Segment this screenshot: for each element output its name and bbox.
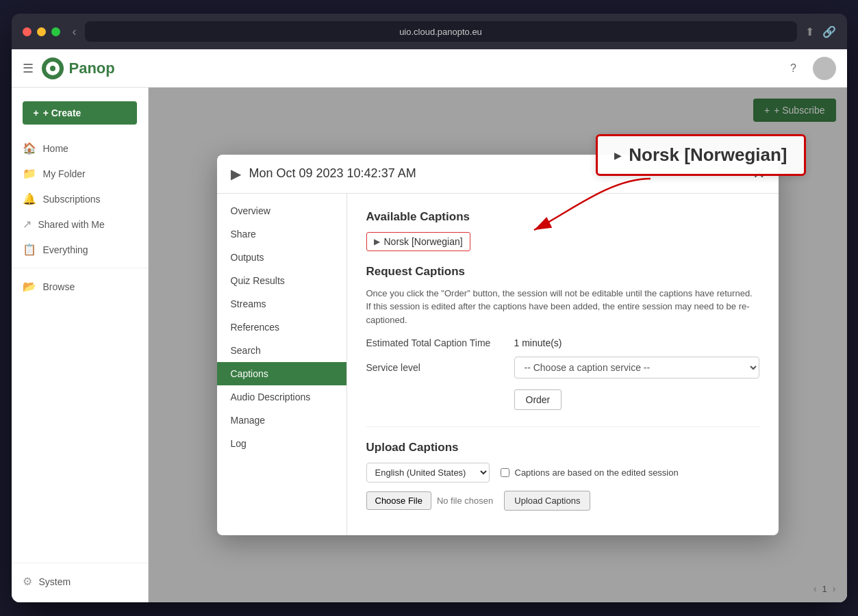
- modal-nav-manage-label: Manage: [231, 415, 266, 426]
- upload-captions-button[interactable]: Upload Captions: [504, 491, 590, 511]
- shared-icon: ↗: [23, 218, 31, 231]
- captions-edited-checkbox[interactable]: [501, 468, 509, 477]
- language-select[interactable]: English (United States) Norsk [Norwegian…: [366, 463, 490, 483]
- modal-nav-log[interactable]: Log: [217, 432, 346, 455]
- minimize-button[interactable]: [37, 27, 46, 36]
- modal-nav-streams-label: Streams: [231, 298, 266, 309]
- upload-captions-section: Upload Captions English (United States) …: [366, 426, 759, 511]
- modal-nav-share-label: Share: [231, 229, 256, 240]
- help-icon[interactable]: ?: [783, 57, 805, 79]
- app-content: ☰ Panop ? + + Create: [12, 49, 847, 602]
- upload-controls-row: English (United States) Norsk [Norwegian…: [366, 463, 759, 483]
- modal-dialog: ▶ Mon Oct 09 2023 10:42:37 AM ✕ Overview: [217, 155, 779, 536]
- no-file-text: No file chosen: [437, 496, 493, 506]
- url-text: uio.cloud.panopto.eu: [399, 27, 482, 37]
- file-upload-row: Choose File No file chosen Upload Captio…: [366, 491, 759, 511]
- sidebar-label-my-folder: My Folder: [43, 168, 86, 179]
- modal-nav-overview[interactable]: Overview: [217, 199, 346, 222]
- modal-main-content: Available Captions ▶ Norsk [Norwegian] R…: [347, 194, 779, 536]
- sidebar-item-everything[interactable]: 📋 Everything: [12, 237, 148, 262]
- request-captions-section: Request Captions Once you click the "Ord…: [366, 265, 759, 411]
- modal-nav-log-label: Log: [231, 438, 247, 449]
- modal-nav-search-label: Search: [231, 345, 261, 356]
- sidebar-label-home: Home: [43, 143, 68, 154]
- browse-icon: 📂: [23, 280, 36, 293]
- app-header: ☰ Panop ?: [12, 49, 847, 88]
- create-button[interactable]: + + Create: [23, 101, 137, 125]
- sidebar-item-my-folder[interactable]: 📁 My Folder: [12, 161, 148, 186]
- title-bar: ‹ uio.cloud.panopto.eu ⬆ 🔗: [12, 14, 847, 49]
- modal-nav-audio-descriptions-label: Audio Descriptions: [231, 392, 311, 402]
- modal-nav-quiz-results-label: Quiz Results: [231, 275, 285, 286]
- norsk-caption-item[interactable]: ▶ Norsk [Norwegian]: [366, 232, 470, 251]
- modal-nav-manage[interactable]: Manage: [217, 409, 346, 432]
- modal-nav-overview-label: Overview: [231, 205, 270, 216]
- bookmark-icon[interactable]: 🔗: [822, 25, 836, 38]
- home-icon: 🏠: [23, 142, 36, 155]
- modal-nav-captions[interactable]: Captions: [217, 362, 346, 385]
- modal-nav-references[interactable]: References: [217, 316, 346, 339]
- close-button[interactable]: [23, 27, 31, 36]
- choose-file-label: Choose File: [375, 496, 422, 506]
- sidebar-divider: [12, 268, 148, 268]
- sidebar-label-shared: Shared with Me: [38, 219, 105, 230]
- subscriptions-icon: 🔔: [23, 192, 36, 205]
- order-button-label: Order: [526, 394, 551, 405]
- sidebar-item-home[interactable]: 🏠 Home: [12, 136, 148, 161]
- order-button[interactable]: Order: [514, 389, 562, 410]
- service-level-row: Service level -- Choose a caption servic…: [366, 357, 759, 378]
- modal-nav-audio-descriptions[interactable]: Audio Descriptions: [217, 385, 346, 409]
- estimated-time-value: 1 minute(s): [514, 337, 562, 348]
- folder-icon: 📁: [23, 167, 36, 180]
- user-avatar[interactable]: [813, 57, 836, 80]
- mac-window: ‹ uio.cloud.panopto.eu ⬆ 🔗 ☰ Panop ?: [12, 14, 847, 602]
- modal-nav-quiz-results[interactable]: Quiz Results: [217, 269, 346, 292]
- order-button-row: Order: [366, 387, 759, 410]
- main-layout: + + Create 🏠 Home 📁 My Folder 🔔 Subscrip…: [12, 88, 847, 602]
- request-description: Once you click the "Order" button, the s…: [366, 287, 759, 327]
- sidebar: + + Create 🏠 Home 📁 My Folder 🔔 Subscrip…: [12, 88, 149, 602]
- modal-nav-captions-label: Captions: [231, 368, 268, 379]
- system-icon: ⚙: [23, 575, 32, 588]
- estimated-time-label: Estimated Total Caption Time: [366, 337, 503, 348]
- modal-nav-streams[interactable]: Streams: [217, 292, 346, 316]
- right-content: + + Subscribe ‹ 1 › ▶: [149, 88, 847, 602]
- modal-header: ▶ Mon Oct 09 2023 10:42:37 AM ✕: [217, 155, 779, 194]
- modal-nav-outputs-label: Outputs: [231, 252, 264, 263]
- modal-title: Mon Oct 09 2023 10:42:37 AM: [249, 166, 744, 181]
- brand-name: Panop: [69, 60, 115, 77]
- upload-button-label: Upload Captions: [514, 496, 580, 506]
- modal-nav-share[interactable]: Share: [217, 222, 346, 246]
- sidebar-item-browse[interactable]: 📂 Browse: [12, 274, 148, 299]
- modal-nav: Overview Share Outputs Quiz Results: [217, 194, 347, 536]
- file-input-area: Choose File No file chosen: [366, 491, 494, 510]
- traffic-lights: [23, 27, 60, 36]
- modal-nav-search[interactable]: Search: [217, 339, 346, 362]
- modal-nav-outputs[interactable]: Outputs: [217, 246, 346, 269]
- sidebar-bottom: ⚙ System: [12, 563, 148, 594]
- sidebar-item-system[interactable]: ⚙ System: [12, 569, 148, 594]
- modal-nav-references-label: References: [231, 322, 280, 333]
- service-level-select[interactable]: -- Choose a caption service --: [514, 357, 759, 378]
- address-bar[interactable]: uio.cloud.panopto.eu: [85, 21, 797, 42]
- video-icon: ▶: [231, 166, 241, 182]
- modal-body: Overview Share Outputs Quiz Results: [217, 194, 779, 536]
- brand-logo-icon: [42, 57, 64, 79]
- estimated-time-row: Estimated Total Caption Time 1 minute(s): [366, 337, 759, 348]
- checkbox-row: Captions are based on the edited session: [501, 467, 679, 478]
- choose-file-button[interactable]: Choose File: [366, 491, 431, 510]
- sidebar-item-shared-with-me[interactable]: ↗ Shared with Me: [12, 211, 148, 237]
- sidebar-label-everything: Everything: [43, 244, 88, 255]
- caption-arrow-icon: ▶: [374, 237, 380, 246]
- share-icon[interactable]: ⬆: [805, 25, 814, 38]
- hamburger-menu[interactable]: ☰: [23, 61, 34, 76]
- modal-overlay[interactable]: ▶ Mon Oct 09 2023 10:42:37 AM ✕ Overview: [149, 88, 847, 602]
- modal-close-button[interactable]: ✕: [753, 166, 765, 181]
- back-button[interactable]: ‹: [73, 25, 77, 39]
- sidebar-label-subscriptions: Subscriptions: [43, 194, 101, 205]
- everything-icon: 📋: [23, 243, 36, 256]
- brand-logo-area: Panop: [42, 57, 115, 79]
- upload-captions-title: Upload Captions: [366, 441, 759, 454]
- fullscreen-button[interactable]: [51, 27, 60, 36]
- sidebar-item-subscriptions[interactable]: 🔔 Subscriptions: [12, 186, 148, 211]
